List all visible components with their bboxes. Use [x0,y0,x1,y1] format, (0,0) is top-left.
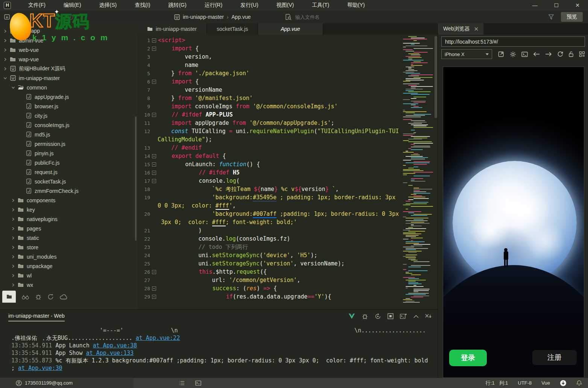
register-button[interactable]: 注册 [532,350,577,365]
tree-item[interactable]: appUpgrade.js [0,92,137,102]
debug-bug-icon[interactable] [35,293,42,300]
tree-item[interactable]: static [0,233,137,242]
restart-icon[interactable] [375,313,381,320]
fold-icon[interactable] [152,113,156,117]
fold-icon[interactable] [152,38,156,42]
tree-item[interactable]: zmmFormCheck.js [0,186,137,196]
preview-button[interactable]: 预览 [561,12,583,22]
console-source-link[interactable]: at App.vue:133 [86,350,134,356]
back-icon[interactable] [30,14,34,20]
fold-icon[interactable] [152,179,156,183]
tree-item[interactable]: request.js [0,167,137,177]
menu-item-1[interactable]: 编辑(E) [64,2,81,9]
menu-item-7[interactable]: 视图(V) [277,2,294,9]
encoding-label[interactable]: UTF-8 [518,380,532,386]
menu-item-8[interactable]: 工具(T) [312,2,329,9]
console-source-link[interactable]: at App.vue:22 [136,335,180,341]
tree-item[interactable]: socketTask.js [0,177,137,186]
account-section[interactable]: 1735031199@qq.com [0,378,134,388]
fold-icon[interactable] [152,80,156,84]
tree-item[interactable]: wap-vue [0,55,137,64]
files-icon[interactable] [2,291,16,303]
tree-item[interactable]: unpackage [0,261,137,271]
sync-icon[interactable] [47,294,54,300]
tree-item[interactable]: consoleImgs.js [0,120,137,130]
fold-icon[interactable] [152,295,156,299]
close-console-icon[interactable] [425,314,432,319]
devtools-terminal-icon[interactable] [521,52,528,57]
tab-im-uniapp-master[interactable]: im-uniapp-master [137,23,207,35]
minimize-button[interactable]: — [532,2,538,8]
cloud-icon[interactable] [60,294,68,300]
browser-tab[interactable]: Web浏览器 [438,23,483,35]
qrcode-icon[interactable] [579,51,585,57]
tree-item[interactable]: uni_modules [0,252,137,261]
menu-item-0[interactable]: 文件(F) [28,2,46,9]
tree-item[interactable]: wx [0,280,137,289]
tree-item[interactable]: md5.js [0,130,137,139]
device-select[interactable]: iPhone X [441,49,492,59]
back-arrow-icon[interactable] [533,52,540,56]
code-lines[interactable]: 1<script>2 import {3 version,4 name5 } f… [137,36,401,303]
notifications-bell-icon[interactable] [576,380,582,386]
new-window-icon[interactable] [4,14,11,20]
fold-icon[interactable] [152,162,156,167]
tree-item[interactable]: web-vue [0,45,137,55]
minimap[interactable] [402,36,433,303]
console-source-link[interactable]: at App.vue:38 [93,342,137,349]
tree-item[interactable]: publicFc.js [0,158,137,167]
console-source-link[interactable]: at App.vue:30 [18,365,62,371]
tree-item[interactable]: common [0,83,137,92]
editor-scrollbar[interactable] [435,36,437,118]
breadcrumb-file[interactable]: App.vue [231,14,251,20]
tree-item[interactable]: permission.js [0,139,137,149]
new-terminal-icon[interactable] [400,313,407,319]
tree-item[interactable]: nativeplugins [0,214,137,224]
open-external-icon[interactable] [498,51,504,57]
debug-icon[interactable] [362,313,368,320]
maximize-button[interactable]: ☐ [554,2,559,8]
help-icon[interactable]: ? [68,14,73,20]
menu-item-9[interactable]: 帮助(Y) [347,2,365,9]
tree-item[interactable]: pages [0,224,137,233]
tree-item[interactable]: wl [0,271,137,280]
breadcrumb-project[interactable]: im-uniapp-master [183,14,224,20]
favorites-icon[interactable] [54,14,59,20]
fold-icon[interactable] [152,154,156,158]
tree-item[interactable]: city.js [0,111,137,120]
fold-icon[interactable] [152,270,156,274]
close-icon[interactable] [474,27,478,31]
file-search-input[interactable] [295,14,507,20]
unlock-icon[interactable] [568,51,574,57]
forward-icon[interactable] [42,14,46,20]
search-binoculars-icon[interactable] [21,294,29,300]
console-tab[interactable]: im-uniapp-master - Web [8,313,65,321]
collapse-icon[interactable] [413,315,419,318]
tree-item[interactable]: admin-vue [0,36,137,45]
menu-item-6[interactable]: 发行(U) [240,2,258,9]
terminal-icon[interactable] [195,380,201,386]
outline-list-icon[interactable] [179,380,185,386]
forward-arrow-icon[interactable] [545,52,552,56]
menu-item-5[interactable]: 运行(R) [205,2,222,9]
fold-icon[interactable] [152,171,156,175]
tree-item[interactable]: im-uniapp-master [0,73,137,83]
tree-item[interactable]: browser.js [0,102,137,111]
tree-item[interactable]: store [0,242,137,252]
tree-scrollbar[interactable] [135,117,137,241]
fold-icon[interactable] [152,47,156,51]
tree-item[interactable]: pinyin.js [0,149,137,158]
download-update-icon[interactable] [560,380,567,386]
tab-sockettask[interactable]: socketTask.js [207,23,258,35]
tree-item[interactable]: key [0,205,137,214]
tab-app-vue[interactable]: App.vue [258,23,323,35]
stop-icon[interactable] [387,313,394,319]
tree-item[interactable]: 本uniapp [0,26,137,36]
login-button[interactable]: 登录 [449,350,487,366]
close-button[interactable]: ✕ [575,2,580,8]
tree-item[interactable]: 前端HBuilder X源码 [0,64,137,73]
filter-icon[interactable] [548,14,554,20]
tree-item[interactable]: components [0,196,137,205]
menu-item-2[interactable]: 选择(S) [99,2,117,9]
fold-icon[interactable] [152,286,156,291]
